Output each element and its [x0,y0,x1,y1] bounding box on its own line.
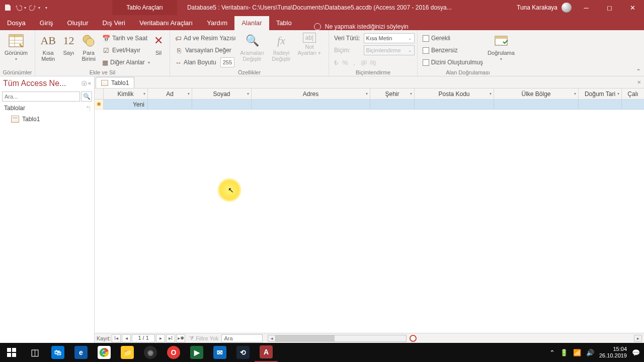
undo-icon[interactable] [14,3,23,12]
col-adres[interactable]: Adres▾ [252,88,370,99]
taskbar-app-mail[interactable]: ✉ [208,343,231,362]
datetime-button[interactable]: 📅Tarih ve Saat [100,33,148,44]
cell-calis[interactable] [622,100,644,110]
navpane-item-tablo1[interactable]: Tablo1 [0,114,94,125]
cell-ulkebolge[interactable] [494,100,579,110]
tab-olustur[interactable]: Oluştur [60,16,96,30]
taskbar-app-chrome[interactable] [93,343,116,362]
datasheet-grid[interactable]: Kimlik▾ Ad▾ Soyad▾ Adres▾ Şehir▾ Posta K… [95,88,644,333]
col-soyad[interactable]: Soyad▾ [192,88,252,99]
currency-button[interactable]: Para Birimi [79,32,98,62]
horizontal-scrollbar[interactable]: ◂ ▸ [268,335,642,342]
search-icon[interactable]: 🔍 [81,92,92,102]
morefields-button[interactable]: ▦Diğer Alanlar▾ [100,57,148,68]
clock[interactable]: 15:04 26.10.2019 [599,346,627,359]
start-button[interactable] [0,343,23,362]
record-search-input[interactable] [221,334,263,342]
next-record-button[interactable]: ▸ [156,334,165,342]
unique-check[interactable]: Benzersiz [421,45,485,56]
fx-icon: fx [273,33,289,49]
shorttext-button[interactable]: AB Kısa Metin [38,32,58,62]
navpane-title[interactable]: Tüm Access Ne... [3,79,82,88]
save-icon[interactable] [3,3,12,12]
tell-me[interactable]: Ne yapmak istediğinizi söyleyin [314,23,409,30]
taskbar-app-steam[interactable]: ⟲ [231,343,255,362]
col-ulkebolge[interactable]: Ülke Bölge▾ [494,88,579,99]
new-record-button[interactable]: ▸✱ [176,334,185,342]
new-record-row[interactable]: ✱ Yeni [95,100,644,110]
number-button[interactable]: 12 Sayı [60,32,77,56]
tab-giris[interactable]: Giriş [33,16,60,30]
taskbar-app-media[interactable]: ▶ [185,343,208,362]
row-selector-new[interactable]: ✱ [95,100,104,110]
battery-icon[interactable]: 🔋 [560,349,568,356]
tray-chevron-icon[interactable]: ⌃ [549,349,555,356]
doc-tab-tablo1[interactable]: Tablo1 [96,77,134,88]
col-postakodu[interactable]: Posta Kodu▾ [415,88,494,99]
close-button[interactable]: ✕ [621,0,644,15]
view-button[interactable]: Görünüm ▾ [3,32,29,61]
taskbar-app-access[interactable]: A [255,343,278,362]
cell-soyad[interactable] [192,100,252,110]
taskbar-app-explorer[interactable]: 📁 [116,343,139,362]
document-area: Tablo1 × Kimlik▾ Ad▾ Soyad▾ Adres▾ Şehir… [95,76,644,343]
tab-alanlar[interactable]: Alanlar [234,16,269,30]
col-calis[interactable]: Çalı [622,88,644,99]
scroll-right-button[interactable]: ▸ [634,335,642,342]
notifications-icon[interactable]: 💬 [632,349,640,356]
cell-kimlik[interactable]: Yeni [104,100,148,110]
first-record-button[interactable]: I◂ [112,334,121,342]
col-kimlik[interactable]: Kimlik▾ [104,88,148,99]
qat-customize-icon[interactable]: ▾ [45,6,47,10]
fieldsize-row[interactable]: ↔Alan Boyutu 255 [173,57,235,68]
scroll-left-button[interactable]: ◂ [268,335,276,342]
tab-vtaraclari[interactable]: Veritabanı Araçları [132,16,200,30]
delete-button[interactable]: ✕ Sil [150,32,167,56]
navpane-group-tables[interactable]: Tablolar⌃ [0,103,94,114]
taskbar-app-edge[interactable]: e [69,343,93,362]
user-account[interactable]: Tuna Karakaya [514,3,575,13]
tab-yardim[interactable]: Yardım [200,16,234,30]
yesno-button[interactable]: ☑Evet/Hayır [100,45,148,56]
taskview-button[interactable]: ◫ [23,343,46,362]
indexed-check[interactable]: Dizini Oluşturulmuş [421,57,485,68]
last-record-button[interactable]: ▸I [166,334,175,342]
navpane-filter-icon[interactable]: ⓥ [82,80,87,87]
navpane-collapse-icon[interactable]: « [88,80,91,87]
record-position[interactable]: 1 / 1 [132,334,155,342]
datatype-combo[interactable]: Kısa Metin⌄ [364,33,415,43]
maximize-button[interactable]: ◻ [598,0,621,15]
collapse-ribbon-icon[interactable]: ⌃ [636,68,641,75]
tab-tablo[interactable]: Tablo [269,16,299,30]
volume-icon[interactable]: 🔊 [586,349,594,356]
select-all-cell[interactable] [95,88,104,99]
cell-sehir[interactable] [370,100,415,110]
prev-record-button[interactable]: ◂ [122,334,131,342]
cell-ad[interactable] [148,100,192,110]
taskbar-app-store[interactable]: 🛍 [46,343,69,362]
tab-file[interactable]: Dosya [0,16,33,30]
wifi-icon[interactable]: 📶 [573,349,581,356]
cell-adres[interactable] [252,100,370,110]
taskbar-app-opera[interactable]: O [162,343,185,362]
fieldsize-input[interactable]: 255 [220,57,234,67]
redo-more-icon[interactable]: ▾ [38,6,40,10]
table-icon [101,80,108,86]
taskbar-app-obs[interactable]: ◉ [139,343,162,362]
col-ad[interactable]: Ad▾ [148,88,192,99]
required-check[interactable]: Gerekli [421,33,485,44]
close-doc-button[interactable]: × [637,78,641,86]
namecap-button[interactable]: 🏷Ad ve Resim Yazısı [173,33,235,44]
system-tray[interactable]: ⌃ 🔋 📶 🔊 15:04 26.10.2019 💬 [549,346,644,359]
navpane-search-input[interactable] [2,92,80,102]
cell-dogumtarih[interactable] [579,100,622,110]
validation-button[interactable]: Doğrulama ▾ [487,32,515,61]
tab-disveri[interactable]: Dış Veri [95,16,132,30]
default-button[interactable]: ⎘Varsayılan Değer [173,45,235,56]
minimize-button[interactable]: ─ [575,0,598,15]
cell-postakodu[interactable] [415,100,494,110]
col-sehir[interactable]: Şehir▾ [370,88,415,99]
col-dogumtarih[interactable]: Doğum Tari▾ [579,88,622,99]
redo-icon[interactable] [28,3,37,12]
undo-more-icon[interactable]: ▾ [24,6,26,10]
